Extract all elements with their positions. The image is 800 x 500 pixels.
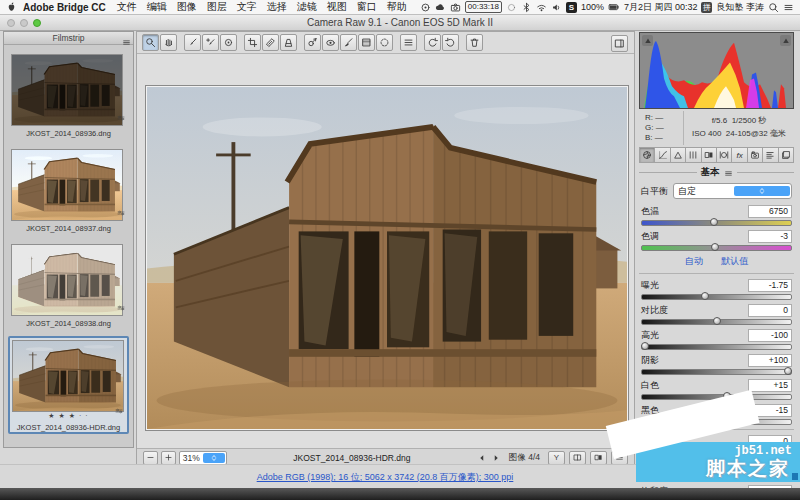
highlight-clipping-toggle[interactable] xyxy=(780,35,791,46)
menubar-item[interactable]: 帮助 xyxy=(387,1,407,12)
slider-thumb[interactable] xyxy=(713,317,721,325)
targeted-adjustment-tool[interactable] xyxy=(220,34,237,51)
zoom-in-button[interactable] xyxy=(161,451,176,465)
slider-thumb[interactable] xyxy=(710,218,718,226)
menubar-item[interactable]: 视图 xyxy=(327,1,347,12)
preview-toggle-button[interactable]: Y xyxy=(548,451,565,465)
white-balance-tool[interactable] xyxy=(184,34,201,51)
auto-link[interactable]: 自动 xyxy=(685,256,703,266)
menubar-item[interactable]: 图像 xyxy=(177,1,197,12)
tab-lens-corrections[interactable] xyxy=(717,147,732,163)
tab-snapshots[interactable] xyxy=(779,147,794,163)
hand-tool[interactable] xyxy=(160,34,177,51)
panel-menu-icon[interactable] xyxy=(724,167,733,178)
zoom-level-select[interactable]: 31% xyxy=(179,451,227,465)
rotate-right-tool[interactable] xyxy=(442,34,459,51)
slider-track[interactable] xyxy=(641,475,792,481)
sync-icon[interactable] xyxy=(420,1,431,12)
menubar-item[interactable]: 图层 xyxy=(207,1,227,12)
bluetooth-icon[interactable] xyxy=(521,1,532,12)
tab-presets[interactable] xyxy=(763,147,778,163)
slider-track[interactable] xyxy=(641,419,792,425)
menubar-item[interactable]: 文字 xyxy=(237,1,257,12)
thumbnail-image[interactable] xyxy=(11,54,123,126)
slider-track[interactable] xyxy=(641,394,792,400)
thumbnail-image[interactable] xyxy=(12,340,124,412)
slider-thumb[interactable] xyxy=(702,417,710,425)
transform-tool[interactable] xyxy=(280,34,297,51)
slider-value[interactable]: -3 xyxy=(748,230,792,243)
slider-value[interactable]: -1.75 xyxy=(748,279,792,292)
record-timer[interactable]: 00:33:18 xyxy=(465,1,502,13)
preview-image[interactable] xyxy=(146,86,628,430)
menubar-item[interactable]: 窗口 xyxy=(357,1,377,12)
tab-camera-calibration[interactable] xyxy=(748,147,763,163)
tab-tone-curve[interactable] xyxy=(655,147,670,163)
ime-icon[interactable]: 拼 xyxy=(701,2,712,13)
wifi-icon[interactable] xyxy=(536,1,547,12)
thumbnail-image[interactable] xyxy=(11,149,123,221)
slider-thumb[interactable] xyxy=(784,367,792,375)
notification-center-icon[interactable] xyxy=(783,1,794,12)
slider-value[interactable]: 6750 xyxy=(748,205,792,218)
slider-thumb[interactable] xyxy=(641,342,649,350)
menubar-item[interactable]: 编辑 xyxy=(147,1,167,12)
menubar-item[interactable]: 选择 xyxy=(267,1,287,12)
spot-removal-tool[interactable] xyxy=(304,34,321,51)
star-rating[interactable]: ★ ★ ★ · · xyxy=(12,412,125,420)
slider-track[interactable] xyxy=(641,319,792,325)
tab-effects[interactable]: fx xyxy=(732,147,747,163)
shadow-clipping-toggle[interactable] xyxy=(642,35,653,46)
zoom-tool[interactable] xyxy=(142,34,159,51)
slider-value[interactable]: +100 xyxy=(748,354,792,367)
tab-basic[interactable] xyxy=(639,147,655,163)
preferences-tool[interactable] xyxy=(400,34,417,51)
preview-menu-button[interactable] xyxy=(611,451,628,465)
slider-track[interactable] xyxy=(641,369,792,375)
slider-thumb[interactable] xyxy=(711,243,719,251)
cloud-icon[interactable] xyxy=(435,1,446,12)
slider-value[interactable]: 0 xyxy=(748,435,792,448)
straighten-tool[interactable] xyxy=(262,34,279,51)
before-after-left-button[interactable] xyxy=(569,451,586,465)
slider-thumb[interactable] xyxy=(701,292,709,300)
red-eye-tool[interactable] xyxy=(322,34,339,51)
zoom-out-button[interactable] xyxy=(143,451,158,465)
previous-image-button[interactable] xyxy=(477,452,488,463)
graduated-filter-tool[interactable] xyxy=(358,34,375,51)
slider-thumb[interactable] xyxy=(713,448,721,456)
slider-value[interactable]: -100 xyxy=(748,329,792,342)
menubar-clock[interactable]: 7月2日 周四 00:32 xyxy=(624,1,698,14)
tab-hsl-grayscale[interactable] xyxy=(686,147,701,163)
crop-tool[interactable] xyxy=(244,34,261,51)
slider-track[interactable] xyxy=(641,245,792,251)
slider-thumb[interactable] xyxy=(723,392,731,400)
filmstrip-thumbnail[interactable]: JKOST_2014_08937.dng xyxy=(8,146,129,234)
color-sampler-tool[interactable] xyxy=(202,34,219,51)
slider-track[interactable] xyxy=(641,450,792,456)
panel-toggle-button[interactable] xyxy=(611,35,628,52)
app-name[interactable]: Adobe Bridge CC xyxy=(23,2,106,13)
menubar-item[interactable]: 滤镜 xyxy=(297,1,317,12)
filmstrip-thumbnail[interactable]: JKOST_2014_08938.dng xyxy=(8,241,129,329)
spotlight-icon[interactable] xyxy=(768,1,779,12)
dim-icon[interactable] xyxy=(506,1,517,12)
zoom-stepper-icon[interactable] xyxy=(203,453,226,463)
white-balance-select[interactable]: 自定 xyxy=(673,183,792,199)
slider-value[interactable]: 0 xyxy=(748,304,792,317)
screenflow-icon[interactable]: S xyxy=(566,2,577,13)
workflow-options-link[interactable]: Adobe RGB (1998); 16 位; 5062 x 3742 (20.… xyxy=(150,471,620,484)
adjustment-brush-tool[interactable] xyxy=(340,34,357,51)
default-link[interactable]: 默认值 xyxy=(721,256,748,266)
filmstrip-thumbnail[interactable]: ★ ★ ★ · · JKOST_2014_08936-HDR.dng xyxy=(8,336,129,434)
rotate-left-tool[interactable] xyxy=(424,34,441,51)
slider-value[interactable]: 0 xyxy=(748,460,792,473)
apple-menu-icon[interactable] xyxy=(6,1,17,13)
thumbnail-image[interactable] xyxy=(11,244,123,316)
wb-stepper-icon[interactable] xyxy=(734,186,790,196)
menubar-user[interactable]: 良知塾 李涛 xyxy=(716,1,764,14)
before-after-top-button[interactable] xyxy=(590,451,607,465)
tab-detail[interactable] xyxy=(671,147,686,163)
radial-filter-tool[interactable] xyxy=(376,34,393,51)
slider-track[interactable] xyxy=(641,344,792,350)
